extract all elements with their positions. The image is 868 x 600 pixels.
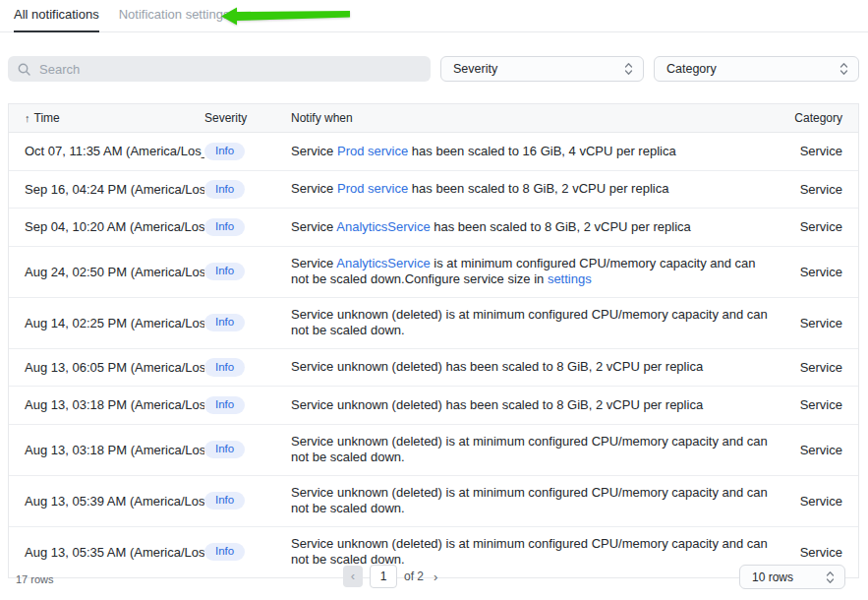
severity-select[interactable]: Severity <box>440 56 644 82</box>
column-header-notify-when[interactable]: Notify when <box>291 110 780 126</box>
cell-notify-when: Service unknown (deleted) has been scale… <box>291 350 780 385</box>
notify-link[interactable]: AnalyticsService <box>336 256 430 270</box>
severity-badge: Info <box>204 358 245 377</box>
table-row: Oct 07, 11:35 AM (America/Los_...InfoSer… <box>9 133 858 171</box>
next-page-button[interactable]: › <box>434 570 437 584</box>
cell-severity: Info <box>204 133 291 170</box>
severity-select-label: Severity <box>453 62 497 76</box>
table-row: Aug 13, 03:18 PM (America/Los_...InfoSer… <box>9 425 858 476</box>
column-header-category[interactable]: Category <box>780 111 858 125</box>
chevron-updown-icon <box>826 570 835 584</box>
cell-time: Aug 13, 06:05 PM (America/Los_... <box>9 350 204 384</box>
cell-severity: Info <box>204 304 291 341</box>
notify-link[interactable]: Prod service <box>337 144 408 158</box>
cell-time: Aug 13, 03:18 PM (America/Los_... <box>9 433 204 466</box>
cell-notify-when: Service unknown (deleted) has been scale… <box>291 388 780 422</box>
cell-time: Aug 13, 05:35 AM (America/Los_... <box>9 535 204 569</box>
cell-time: Sep 16, 04:24 PM (America/Los_... <box>9 172 204 206</box>
row-count-label: 17 rows <box>16 573 54 585</box>
severity-badge: Info <box>204 314 245 332</box>
search-box <box>8 56 431 82</box>
cell-category: Service <box>780 255 858 288</box>
table-row: Aug 14, 02:25 PM (America/Los_...InfoSer… <box>9 298 858 349</box>
table-row: Aug 24, 02:50 PM (America/Los_...InfoSer… <box>9 247 858 298</box>
pagination: ‹ of 2 › <box>343 565 437 588</box>
cell-notify-when: Service AnalyticsService has been scaled… <box>291 210 780 244</box>
cell-category: Service <box>780 433 858 466</box>
cell-severity: Info <box>204 387 291 424</box>
category-select-label: Category <box>666 62 717 76</box>
search-icon <box>18 63 30 76</box>
page-size-select[interactable]: 10 rows <box>739 565 845 589</box>
notify-link[interactable]: Prod service <box>337 181 408 196</box>
severity-badge: Info <box>204 543 245 562</box>
tab-notification-settings[interactable]: Notification settings <box>119 0 230 31</box>
table-header: ↑Time Severity Notify when Category <box>9 104 858 133</box>
page-input[interactable] <box>370 565 397 588</box>
search-input[interactable] <box>37 61 421 78</box>
cell-notify-when: Service AnalyticsService is at minimum c… <box>291 247 780 297</box>
cell-time: Aug 13, 03:18 PM (America/Los_... <box>9 389 204 422</box>
cell-time: Aug 24, 02:50 PM (America/Los_... <box>9 255 204 288</box>
severity-badge: Info <box>204 492 245 510</box>
cell-severity: Info <box>204 482 291 519</box>
page-size-label: 10 rows <box>752 570 793 584</box>
cell-time: Aug 13, 05:39 AM (America/Los_... <box>9 484 204 517</box>
table-row: Aug 13, 06:05 PM (America/Los_...InfoSer… <box>9 349 858 388</box>
page-of-label: of 2 <box>404 570 424 583</box>
cell-severity: Info <box>204 533 291 570</box>
cell-category: Service <box>780 535 858 569</box>
severity-badge: Info <box>204 180 245 199</box>
sort-ascending-icon: ↑ <box>25 112 30 124</box>
cell-category: Service <box>780 350 858 384</box>
cell-time: Oct 07, 11:35 AM (America/Los_... <box>9 135 204 168</box>
table-row: Aug 13, 03:18 PM (America/Los_...InfoSer… <box>9 387 858 425</box>
cell-severity: Info <box>204 209 291 246</box>
severity-badge: Info <box>204 263 245 281</box>
cell-severity: Info <box>204 171 291 209</box>
cell-category: Service <box>780 484 858 517</box>
cell-category: Service <box>780 210 858 244</box>
cell-category: Service <box>780 306 858 339</box>
cell-category: Service <box>780 389 858 422</box>
cell-time: Sep 04, 10:20 AM (America/Los_... <box>9 210 204 244</box>
notifications-page: All notifications Notification settings … <box>0 0 868 600</box>
cell-notify-when: Service unknown (deleted) is at minimum … <box>291 425 780 475</box>
cell-severity: Info <box>204 431 291 468</box>
cell-category: Service <box>780 135 858 168</box>
cell-severity: Info <box>204 253 291 290</box>
notify-link[interactable]: AnalyticsService <box>336 219 430 234</box>
severity-badge: Info <box>204 396 245 415</box>
table-row: Aug 13, 05:39 AM (America/Los_...InfoSer… <box>9 476 858 527</box>
severity-badge: Info <box>204 143 245 161</box>
cell-notify-when: Service Prod service has been scaled to … <box>291 134 780 168</box>
notify-link[interactable]: settings <box>548 271 592 286</box>
column-header-severity[interactable]: Severity <box>204 111 291 125</box>
column-header-time[interactable]: ↑Time <box>9 111 204 125</box>
severity-badge: Info <box>204 218 245 237</box>
cell-time: Aug 14, 02:25 PM (America/Los_... <box>9 306 204 339</box>
prev-page-button[interactable]: ‹ <box>343 566 363 587</box>
tab-bar: All notifications Notification settings <box>0 0 868 32</box>
notifications-table: ↑Time Severity Notify when Category Oct … <box>8 103 859 578</box>
cell-notify-when: Service unknown (deleted) is at minimum … <box>291 476 780 526</box>
cell-category: Service <box>780 172 858 206</box>
cell-notify-when: Service Prod service has been scaled to … <box>291 172 780 207</box>
table-row: Sep 04, 10:20 AM (America/Los_...InfoSer… <box>9 209 858 247</box>
tab-all-notifications[interactable]: All notifications <box>14 0 99 31</box>
cell-severity: Info <box>204 349 291 387</box>
table-row: Sep 16, 04:24 PM (America/Los_...InfoSer… <box>9 171 858 210</box>
cell-notify-when: Service unknown (deleted) is at minimum … <box>291 298 780 348</box>
chevron-updown-icon <box>839 62 848 76</box>
category-select[interactable]: Category <box>654 56 859 82</box>
severity-badge: Info <box>204 441 245 459</box>
table-body: Oct 07, 11:35 AM (America/Los_...InfoSer… <box>9 133 858 577</box>
annotation-arrow-icon <box>220 6 352 28</box>
chevron-updown-icon <box>624 62 633 76</box>
